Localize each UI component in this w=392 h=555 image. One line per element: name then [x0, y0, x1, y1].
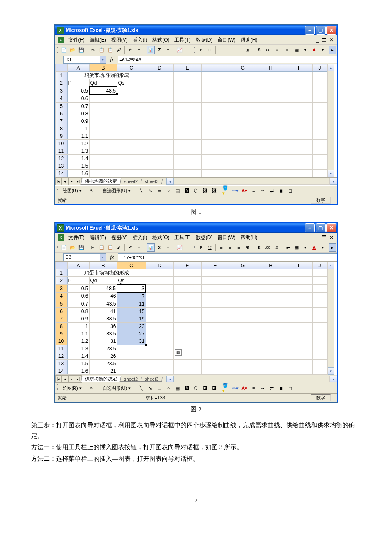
oval-icon[interactable]: ○	[164, 186, 173, 195]
cell[interactable]	[285, 323, 312, 330]
cell[interactable]	[146, 155, 173, 162]
rectangle-icon[interactable]: ▭	[155, 384, 163, 392]
cell[interactable]	[257, 140, 285, 147]
chart-icon[interactable]: 📈	[176, 243, 184, 252]
new-icon[interactable]: 📄	[60, 46, 68, 54]
cell[interactable]: 1.4	[67, 352, 89, 360]
cell[interactable]	[201, 140, 229, 147]
line-icon[interactable]: ╲	[137, 384, 145, 392]
cell[interactable]	[312, 147, 327, 155]
vertical-scrollbar[interactable]: ▲ ▼	[327, 262, 334, 375]
cell[interactable]: 1.6	[67, 170, 89, 177]
cell[interactable]	[229, 345, 257, 352]
picture-icon[interactable]: 🖼	[210, 384, 218, 392]
row-header[interactable]: 12	[55, 155, 67, 162]
cell[interactable]	[229, 95, 257, 103]
cell[interactable]	[173, 103, 201, 110]
new-icon[interactable]: 📄	[60, 243, 68, 252]
name-box[interactable]: B3	[63, 56, 100, 64]
col-header[interactable]: C	[117, 64, 146, 72]
cell[interactable]	[146, 125, 173, 132]
col-header[interactable]: B	[89, 262, 117, 269]
horizontal-scrollbar[interactable]: ◂ ▸	[166, 376, 337, 382]
cell[interactable]	[146, 292, 173, 300]
menu-format[interactable]: 格式(O)	[150, 234, 172, 241]
format-painter-icon[interactable]: 🖌	[115, 46, 123, 54]
cell[interactable]	[257, 315, 285, 323]
cell[interactable]	[257, 125, 285, 132]
cell[interactable]	[285, 87, 312, 95]
cell[interactable]	[117, 360, 146, 367]
cell[interactable]	[229, 147, 257, 155]
menu-view[interactable]: 视图(V)	[109, 234, 130, 241]
decrease-decimal-icon[interactable]: .0	[273, 243, 280, 252]
draw-grip[interactable]	[57, 187, 58, 194]
currency-icon[interactable]: €	[255, 243, 263, 252]
cell[interactable]	[89, 170, 117, 177]
cell[interactable]	[146, 337, 173, 345]
row-header[interactable]: 4	[55, 95, 67, 103]
copy-icon[interactable]: 📋	[97, 243, 105, 252]
cell[interactable]	[229, 103, 257, 110]
menu-data[interactable]: 数据(D)	[193, 37, 215, 44]
cell[interactable]	[285, 292, 312, 300]
cell[interactable]	[229, 170, 257, 177]
cell[interactable]	[312, 360, 327, 367]
cell[interactable]	[201, 300, 229, 308]
cell[interactable]	[89, 132, 117, 140]
cell[interactable]	[146, 308, 173, 315]
cell[interactable]: 1.6	[67, 367, 89, 375]
maximize-button[interactable]: ▢	[316, 26, 326, 35]
cell[interactable]	[201, 110, 229, 117]
shadow-icon[interactable]: ◼	[277, 186, 285, 195]
menu-window[interactable]: 窗口(W)	[215, 234, 238, 241]
cell[interactable]	[173, 117, 201, 125]
borders-dropdown-icon[interactable]: ▾	[302, 243, 309, 252]
cell[interactable]	[201, 367, 229, 375]
cell[interactable]: 15	[117, 308, 146, 315]
cell[interactable]	[201, 155, 229, 162]
clipart-icon[interactable]: 🖼	[201, 384, 209, 392]
cell[interactable]	[146, 147, 173, 155]
cell[interactable]: ▦	[146, 345, 173, 352]
cell[interactable]	[201, 308, 229, 315]
chart-wizard-icon[interactable]: 📊	[147, 243, 155, 252]
row-header[interactable]: 10	[55, 337, 67, 345]
cell[interactable]	[117, 103, 146, 110]
cell[interactable]: 0.6	[67, 95, 89, 103]
decrease-decimal-icon[interactable]: .0	[273, 46, 280, 54]
row-header[interactable]: 10	[55, 140, 67, 147]
row-header[interactable]: 3	[55, 284, 67, 292]
cell[interactable]	[117, 117, 146, 125]
cell[interactable]	[146, 117, 173, 125]
cell[interactable]	[312, 300, 327, 308]
align-center-icon[interactable]: ≡	[226, 46, 234, 54]
col-header[interactable]: F	[201, 262, 229, 269]
cell[interactable]	[257, 170, 285, 177]
cell[interactable]	[285, 330, 312, 337]
row-header[interactable]: 6	[55, 308, 67, 315]
currency-icon[interactable]: €	[255, 46, 263, 54]
cell[interactable]	[285, 125, 312, 132]
cell[interactable]	[312, 308, 327, 315]
undo-dropdown-icon[interactable]: ▾	[135, 243, 143, 252]
cell[interactable]	[146, 323, 173, 330]
row-header[interactable]: 12	[55, 352, 67, 360]
font-color-icon[interactable]: A	[310, 243, 318, 252]
clipart-icon[interactable]: 🖼	[201, 186, 209, 195]
cell[interactable]	[229, 110, 257, 117]
cell[interactable]: 1.3	[67, 147, 89, 155]
row-header[interactable]: 13	[55, 162, 67, 170]
cell[interactable]	[173, 323, 201, 330]
cell[interactable]	[173, 140, 201, 147]
bold-icon[interactable]: B	[197, 46, 205, 54]
cell[interactable]: 1.5	[67, 162, 89, 170]
select-objects-icon[interactable]: ↖	[88, 384, 96, 392]
cell[interactable]	[117, 162, 146, 170]
cell[interactable]	[173, 132, 201, 140]
row-header[interactable]: 8	[55, 125, 67, 132]
cell[interactable]: 1.4	[67, 155, 89, 162]
cell[interactable]	[257, 103, 285, 110]
cell[interactable]: 26	[89, 352, 117, 360]
cell[interactable]: 23.5	[89, 360, 117, 367]
